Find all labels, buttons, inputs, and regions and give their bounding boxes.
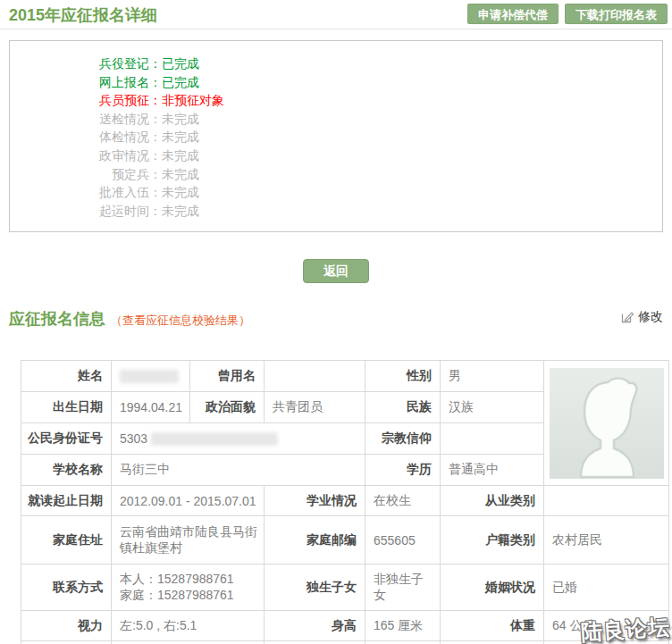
- marital-status-label: 婚姻状况: [441, 565, 544, 611]
- contact-value: 本人：15287988761 家庭：15287988761: [112, 565, 265, 611]
- weight-label: 体重: [441, 611, 544, 641]
- status-row-pre-conscription: 兵员预征：非预征对象: [10, 91, 662, 110]
- academic-status-value: 在校生: [365, 486, 441, 516]
- education-value: 普通高中: [441, 455, 544, 486]
- table-row: 家庭住址 云南省曲靖市陆良县马街镇杜旗堡村 家庭邮编 655605 户籍类别 农…: [21, 516, 669, 565]
- only-child-label: 独生子女: [265, 565, 365, 611]
- table-row: 姓名 曾用名 性别 男: [21, 361, 669, 392]
- home-address-value: 云南省曲靖市陆良县马街镇杜旗堡村: [112, 516, 265, 565]
- edit-label: 修改: [638, 309, 663, 325]
- religion-value: [441, 423, 544, 455]
- contact-home: 家庭：15287988761: [120, 588, 258, 604]
- gender-value: 男: [441, 361, 544, 392]
- status-row-send-exam: 送检情况：未完成: [10, 110, 662, 129]
- apply-compensation-button[interactable]: 申请补偿代偿: [467, 4, 559, 24]
- id-redacted-block: [151, 432, 278, 446]
- status-row-pre-selected: 预定兵：未完成: [10, 165, 662, 184]
- academic-status-label: 学业情况: [265, 486, 365, 516]
- ethnicity-value: 汉族: [441, 392, 544, 423]
- download-print-form-button[interactable]: 下载打印报名表: [565, 4, 668, 24]
- study-period-value: 2012.09.01 - 2015.07.01: [112, 486, 265, 516]
- watermark: 陆良论坛: [580, 613, 671, 644]
- registration-info-table: 姓名 曾用名 性别 男 出生日期 1994.04.21 政治面貌 共青团员 民族…: [21, 360, 669, 644]
- ethnicity-label: 民族: [365, 392, 441, 423]
- id-number-value: 5303: [112, 423, 365, 455]
- birth-date-label: 出生日期: [21, 392, 112, 423]
- check-validation-link[interactable]: （查看应征信息校验结果）: [111, 313, 250, 329]
- status-row-political-review: 政审情况：未完成: [10, 146, 662, 165]
- conscription-detail-page: 2015年应征报名详细 申请补偿代偿 下载打印报名表 兵役登记：已完成 网上报名…: [0, 0, 672, 644]
- birth-date-value: 1994.04.21: [112, 392, 190, 423]
- head-silhouette-icon: [555, 373, 659, 479]
- study-period-label: 就读起止日期: [21, 486, 112, 516]
- household-type-label: 户籍类别: [441, 516, 544, 565]
- name-redacted-block: [120, 370, 179, 383]
- former-name-label: 曾用名: [190, 361, 265, 392]
- political-status-value: 共青团员: [265, 392, 365, 423]
- contact-self: 本人：15287988761: [120, 572, 258, 588]
- gender-label: 性别: [365, 361, 441, 392]
- empty-label: [441, 641, 544, 644]
- edit-link[interactable]: 修改: [620, 309, 663, 325]
- height-label: 身高: [265, 611, 365, 641]
- empty-value: [365, 641, 441, 644]
- photo-cell: [544, 361, 669, 486]
- contact-label: 联系方式: [21, 565, 112, 611]
- height-value: 165 厘米: [365, 611, 441, 641]
- table-row: 联系方式 本人：15287988761 家庭：15287988761 独生子女 …: [21, 565, 669, 611]
- status-panel: 兵役登记：已完成 网上报名：已完成 兵员预征：非预征对象 送检情况：未完成 体检…: [9, 40, 663, 232]
- empty-value: [112, 641, 265, 644]
- only-child-value: 非独生子女: [365, 565, 441, 611]
- page-title: 2015年应征报名详细: [9, 4, 157, 26]
- page-header: 2015年应征报名详细 申请补偿代偿 下载打印报名表: [0, 0, 672, 29]
- postcode-value: 655605: [365, 516, 441, 565]
- name-label: 姓名: [21, 361, 112, 392]
- id-number-prefix: 5303: [120, 431, 147, 446]
- name-value: [112, 361, 190, 392]
- former-name-value: [265, 361, 365, 392]
- marital-status-value: 已婚: [544, 565, 669, 611]
- political-status-label: 政治面貌: [190, 392, 265, 423]
- avatar: [550, 368, 664, 479]
- status-row-military-registration: 兵役登记：已完成: [10, 54, 662, 73]
- education-label: 学历: [365, 455, 441, 486]
- household-type-value: 农村居民: [544, 516, 669, 565]
- school-name-label: 学校名称: [21, 455, 112, 486]
- status-row-enlistment-approval: 批准入伍：未完成: [10, 183, 662, 202]
- vision-value: 左:5.0 , 右:5.1: [112, 611, 265, 641]
- empty-label: [265, 641, 365, 644]
- section-title: 应征报名信息: [9, 308, 105, 330]
- empty-label: [21, 641, 112, 644]
- table-row: [21, 641, 669, 644]
- vision-label: 视力: [21, 611, 112, 641]
- header-buttons: 申请补偿代偿 下载打印报名表: [467, 4, 668, 24]
- postcode-label: 家庭邮编: [265, 516, 365, 565]
- back-button[interactable]: 返回: [303, 259, 369, 283]
- occupation-type-label: 从业类别: [441, 486, 544, 516]
- status-row-online-signup: 网上报名：已完成: [10, 73, 662, 92]
- id-number-label: 公民身份证号: [21, 423, 112, 455]
- status-row-physical-exam: 体检情况：未完成: [10, 128, 662, 146]
- section-header: 应征报名信息 （查看应征信息校验结果） 修改: [9, 308, 663, 328]
- religion-label: 宗教信仰: [365, 423, 441, 455]
- status-row-departure-time: 起运时间：未完成: [10, 202, 662, 221]
- edit-pencil-icon: [620, 310, 634, 324]
- home-address-label: 家庭住址: [21, 516, 112, 565]
- table-row: 就读起止日期 2012.09.01 - 2015.07.01 学业情况 在校生 …: [21, 486, 669, 516]
- school-name-value: 马街三中: [112, 455, 365, 486]
- table-row: 视力 左:5.0 , 右:5.1 身高 165 厘米 体重 64 公斤: [21, 611, 669, 641]
- occupation-type-value: [544, 486, 669, 516]
